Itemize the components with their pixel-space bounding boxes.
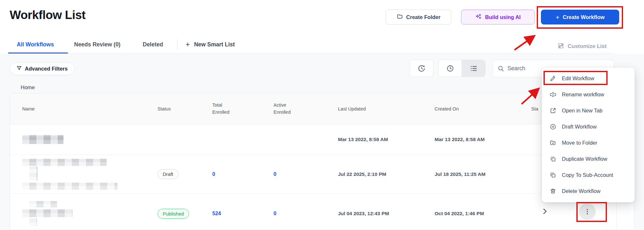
table-row[interactable]: Mar 13 2022, 8:58 AM Mar 13 2022, 8:58 A…: [10, 124, 634, 155]
active-enrolled-link[interactable]: 0: [274, 211, 276, 216]
redacted-block: [29, 218, 37, 226]
redacted-block: [22, 183, 118, 190]
customize-list-icon: [557, 42, 564, 51]
advanced-filters-label: Advanced Filters: [25, 66, 68, 72]
status-badge: Published: [158, 209, 189, 219]
workflow-name-redacted: [22, 201, 158, 226]
menu-item-label: Move to Folder: [562, 140, 597, 146]
last-updated-cell: Mar 13 2022, 8:58 AM: [338, 137, 435, 142]
total-enrolled-link[interactable]: 0: [212, 171, 215, 177]
context-menu: Edit Workflow Rename workflow Open in Ne…: [542, 68, 635, 202]
view-toggle: [438, 60, 485, 77]
clock-icon: [446, 64, 454, 72]
enrollment-history-button[interactable]: [410, 60, 433, 77]
history-view-button[interactable]: [438, 60, 462, 77]
menu-item-label: Draft Workflow: [562, 124, 597, 130]
tab-deleted[interactable]: Deleted: [143, 40, 163, 49]
plus-icon: +: [186, 41, 190, 48]
plus-icon: +: [555, 14, 559, 21]
annotation-arrow-create-workflow: [514, 37, 533, 50]
folder-move-icon: [550, 139, 556, 146]
menu-item-label: Edit Workflow: [562, 75, 594, 81]
col-name: Name: [22, 106, 158, 111]
col-last-updated: Last Updated: [338, 106, 435, 111]
created-on-cell: Oct 04 2022, 1:46 PM: [435, 211, 531, 216]
chevron-right-icon: [541, 207, 549, 216]
advanced-filters-button[interactable]: Advanced Filters: [10, 62, 74, 75]
sparkles-icon: [475, 13, 482, 21]
pencil-icon: [550, 75, 556, 82]
menu-item-copy-to-sub-account[interactable]: Copy To Sub-Account: [542, 167, 635, 183]
created-on-cell: Mar 13 2022, 8:58 AM: [435, 137, 531, 142]
trash-icon: [550, 188, 556, 195]
redacted-block: [29, 167, 38, 181]
status-badge: Draft: [158, 169, 178, 179]
tab-all-workflows[interactable]: All Workflows: [17, 40, 54, 49]
folder-icon: [397, 13, 403, 21]
redacted-block: [22, 209, 72, 217]
list-view-button[interactable]: [462, 60, 485, 77]
table-header: Name Status Total Enrolled Active Enroll…: [10, 93, 634, 124]
pause-circle-icon: [550, 123, 556, 130]
menu-item-move-to-folder[interactable]: Move to Folder: [542, 135, 635, 151]
dots-vertical-icon: [584, 208, 591, 215]
menu-item-label: Open in New Tab: [562, 108, 602, 114]
new-smart-list-label: New Smart List: [194, 41, 235, 48]
workflow-name-redacted: [22, 135, 158, 144]
list-icon: [470, 64, 478, 72]
build-using-ai-button[interactable]: Build using AI: [461, 10, 535, 24]
menu-item-label: Duplicate Workflow: [562, 156, 607, 162]
external-link-icon: [550, 107, 556, 114]
row-expand-chevron[interactable]: [541, 207, 549, 216]
total-enrolled-link[interactable]: 524: [212, 211, 221, 216]
menu-item-edit-workflow[interactable]: Edit Workflow: [542, 70, 635, 86]
active-enrolled-link[interactable]: 0: [274, 171, 276, 177]
redacted-block: [22, 159, 107, 166]
table-row[interactable]: Draft 0 0 Jul 22 2025, 2:10 PM Jul 18 20…: [10, 155, 634, 194]
last-updated-cell: Jul 04 2023, 12:43 PM: [338, 211, 435, 216]
workflow-name-redacted: [22, 159, 158, 190]
duplicate-icon: [550, 156, 556, 162]
create-workflow-label: Create Workflow: [563, 14, 605, 20]
create-folder-button[interactable]: Create Folder: [386, 10, 451, 24]
row-actions-button[interactable]: [579, 203, 596, 220]
redacted-block: [29, 201, 57, 207]
menu-item-open-new-tab[interactable]: Open in New Tab: [542, 102, 635, 119]
col-created-on: Created On: [435, 106, 531, 111]
col-active-enrolled: Active Enrolled: [274, 102, 295, 116]
created-on-cell: Jul 18 2025, 11:25 AM: [435, 171, 531, 177]
menu-item-draft-workflow[interactable]: Draft Workflow: [542, 119, 635, 135]
menu-item-label: Copy To Sub-Account: [562, 172, 613, 178]
rename-icon: [550, 91, 556, 98]
menu-item-duplicate-workflow[interactable]: Duplicate Workflow: [542, 151, 635, 167]
last-updated-cell: Jul 22 2025, 2:10 PM: [338, 171, 435, 177]
col-status: Status: [158, 106, 212, 111]
breadcrumb-home[interactable]: Home: [21, 84, 35, 91]
build-using-ai-label: Build using AI: [485, 14, 521, 20]
new-smart-list-button[interactable]: + New Smart List: [186, 40, 235, 49]
menu-item-label: Rename workflow: [562, 91, 604, 98]
search-icon: [497, 65, 505, 72]
redacted-block: [22, 135, 63, 144]
page-title: Workflow List: [10, 8, 85, 22]
create-folder-label: Create Folder: [406, 14, 440, 20]
create-workflow-button[interactable]: + Create Workflow: [541, 10, 619, 24]
copy-icon: [550, 172, 556, 178]
menu-item-delete-workflow[interactable]: Delete Workflow: [542, 183, 635, 199]
customize-list-label: Customize List: [568, 43, 607, 50]
tabs-divider: [177, 39, 178, 49]
funnel-icon: [16, 65, 22, 72]
history-clock-icon: [418, 64, 426, 72]
col-total-enrolled: Total Enrolled: [212, 102, 234, 116]
menu-item-label: Delete Workflow: [562, 188, 601, 194]
customize-list-button[interactable]: Customize List: [557, 42, 607, 51]
tab-needs-review[interactable]: Needs Review (0): [74, 40, 120, 49]
menu-item-rename-workflow[interactable]: Rename workflow: [542, 86, 635, 102]
